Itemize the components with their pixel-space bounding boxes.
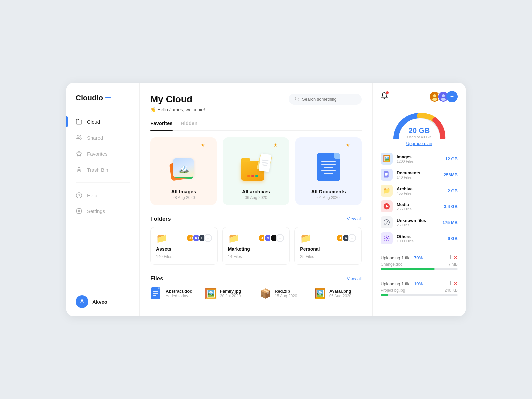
file-info-avatar: Avatar.png 05 Aug 2020 bbox=[329, 289, 351, 298]
right-panel-header: + bbox=[381, 91, 458, 102]
doc-line-5 bbox=[324, 173, 333, 174]
si-info-archive: Archive 455 Files bbox=[397, 186, 444, 195]
fav-card-actions-images: ★ ··· bbox=[201, 142, 212, 148]
file-item-abstract[interactable]: Abstract.doc Added today bbox=[150, 287, 198, 301]
star-filled-icon-docs: ★ bbox=[346, 142, 350, 148]
upload-cancel-icon-2[interactable]: ✕ bbox=[453, 280, 458, 287]
file-info-family: Family.jpg 20 Jul 2020 bbox=[220, 289, 241, 298]
svg-point-23 bbox=[384, 220, 390, 225]
svg-point-2 bbox=[76, 193, 82, 198]
folder-name-personal: Personal bbox=[300, 246, 356, 252]
folder-count-assets: 140 Files bbox=[156, 254, 212, 259]
file-item-family[interactable]: 🖼️ Family.jpg 20 Jul 2020 bbox=[205, 287, 253, 301]
sidebar-item-shared[interactable]: Shared bbox=[66, 130, 139, 145]
tab-favorites[interactable]: Favorites bbox=[150, 120, 173, 130]
upload-title-1: Uploading 1 file 70% bbox=[381, 255, 423, 261]
upload-cancel-icon-1[interactable]: ✕ bbox=[453, 254, 458, 261]
folders-view-all[interactable]: View all bbox=[347, 216, 362, 221]
folder-mini-icon-assets: 📁 bbox=[156, 233, 168, 244]
si-icon-images: 🖼️ bbox=[381, 153, 393, 165]
file-icon-img: 🖼️ bbox=[205, 287, 217, 301]
files-title: Files bbox=[150, 275, 163, 282]
sidebar-item-cloud[interactable]: Cloud bbox=[66, 114, 139, 129]
file-item-red[interactable]: 📦 Red.zip 15 Aug 2020 bbox=[259, 287, 307, 301]
si-count-archive: 455 Files bbox=[397, 191, 444, 195]
doc-icon bbox=[317, 153, 340, 181]
folder-name-marketing: Marketing bbox=[228, 246, 284, 252]
svg-rect-19 bbox=[385, 174, 388, 175]
favorites-grid: ★ ··· 🏔️ All Images 28 Aug bbox=[150, 137, 362, 205]
upload-filename-1: Change.doc bbox=[381, 262, 402, 267]
fav-card-archives[interactable]: ★ ··· bbox=[223, 137, 289, 205]
folder-avatars-marketing: J M T + bbox=[258, 234, 284, 242]
si-size-docs: 256MB bbox=[444, 172, 458, 177]
folder-card-personal[interactable]: 📁 J R + Personal 25 Files bbox=[294, 227, 362, 265]
si-icon-archive: 📁 bbox=[381, 185, 393, 197]
avatar-add[interactable]: + bbox=[348, 234, 356, 242]
svg-point-13 bbox=[432, 98, 437, 101]
si-icon-docs bbox=[381, 169, 393, 181]
upload-info-icon-2[interactable]: ℹ bbox=[450, 280, 451, 287]
si-size-images: 12 GB bbox=[445, 156, 458, 161]
star-icon bbox=[76, 150, 82, 157]
fav-card-actions-docs: ★ ··· bbox=[346, 142, 357, 148]
sidebar-item-label-cloud: Cloud bbox=[87, 119, 100, 125]
avatar-add[interactable]: + bbox=[204, 234, 212, 242]
fav-card-actions-archives: ★ ··· bbox=[273, 142, 285, 148]
upload-info-icon-1[interactable]: ℹ bbox=[450, 254, 451, 261]
upload-section: Uploading 1 file 70% ℹ ✕ Change.doc 7 MB bbox=[381, 251, 458, 299]
tab-hidden[interactable]: Hidden bbox=[181, 120, 198, 130]
si-info-media: Media 255 Files bbox=[397, 202, 440, 211]
si-name-images: Images bbox=[397, 154, 441, 159]
si-info-docs: Documents 140 Files bbox=[397, 170, 440, 179]
fav-card-docs[interactable]: ★ ··· All Documents 01 Aug 2020 bbox=[295, 137, 362, 205]
storage-item-images: 🖼️ Images 1200 Files 12 GB bbox=[381, 153, 458, 165]
upload-info-row-1: Change.doc 7 MB bbox=[381, 262, 458, 267]
si-info-images: Images 1200 Files bbox=[397, 154, 441, 163]
progress-bar-bg-2 bbox=[381, 294, 458, 296]
si-size-media: 3.4 GB bbox=[444, 204, 458, 209]
trash-icon bbox=[76, 166, 82, 173]
sidebar-item-help[interactable]: Help bbox=[66, 188, 139, 202]
folder-name-assets: Assets bbox=[156, 246, 212, 252]
folders-section-header: Folders View all bbox=[150, 216, 362, 222]
sidebar-item-trash[interactable]: Trash Bin bbox=[66, 162, 139, 177]
sidebar-item-label-shared: Shared bbox=[87, 135, 103, 141]
file-name-family: Family.jpg bbox=[220, 289, 241, 294]
folder-card-marketing[interactable]: 📁 J M T + Marketing 14 Files bbox=[222, 227, 290, 265]
bell-wrap bbox=[381, 92, 388, 101]
svg-point-16 bbox=[441, 98, 446, 101]
file-item-avatar[interactable]: 🖼️ Avatar.png 05 Aug 2020 bbox=[314, 287, 362, 301]
more-icon-archives[interactable]: ··· bbox=[280, 142, 285, 148]
si-name-docs: Documents bbox=[397, 170, 440, 175]
upload-title-text-2: Uploading 1 file bbox=[381, 281, 411, 286]
folders-grid: 📁 J K L + Assets 140 Files 📁 J M bbox=[150, 227, 362, 265]
user-profile[interactable]: A Akveo bbox=[76, 295, 130, 308]
welcome-text: 👋 Hello James, welcome! bbox=[150, 107, 205, 112]
folder-card-assets[interactable]: 📁 J K L + Assets 140 Files bbox=[150, 227, 218, 265]
more-icon-docs[interactable]: ··· bbox=[353, 142, 357, 148]
header-avatars: + bbox=[429, 91, 458, 102]
folder-mini-icon-personal: 📁 bbox=[300, 233, 312, 244]
fav-card-images[interactable]: ★ ··· 🏔️ All Images 28 Aug bbox=[150, 137, 217, 205]
main-header: My Cloud 👋 Hello James, welcome! bbox=[150, 94, 362, 112]
doc-line-4 bbox=[321, 170, 336, 171]
files-view-all[interactable]: View all bbox=[347, 276, 362, 281]
more-icon[interactable]: ··· bbox=[208, 142, 212, 148]
file-info-abstract: Abstract.doc Added today bbox=[166, 289, 192, 298]
header-avatar-add[interactable]: + bbox=[446, 91, 458, 102]
file-date-abstract: Added today bbox=[166, 294, 192, 298]
progress-bar-fill-1 bbox=[381, 268, 435, 270]
search-bar[interactable] bbox=[289, 94, 362, 105]
fav-card-name-images: All Images bbox=[171, 189, 196, 194]
logo-dash bbox=[105, 97, 111, 98]
search-input[interactable] bbox=[302, 97, 356, 102]
sidebar-item-settings[interactable]: Settings bbox=[66, 204, 139, 218]
upgrade-link[interactable]: Upgrade plan bbox=[406, 141, 432, 146]
sidebar-item-favorites[interactable]: Favorites bbox=[66, 146, 139, 161]
folder-mini-icon-marketing: 📁 bbox=[228, 233, 240, 244]
sidebar: Cloudio Cloud Shared bbox=[66, 83, 140, 316]
app-container: Cloudio Cloud Shared bbox=[66, 83, 466, 316]
upload-item-1: Uploading 1 file 70% ℹ ✕ Change.doc 7 MB bbox=[381, 251, 458, 273]
avatar-add[interactable]: + bbox=[276, 234, 284, 242]
